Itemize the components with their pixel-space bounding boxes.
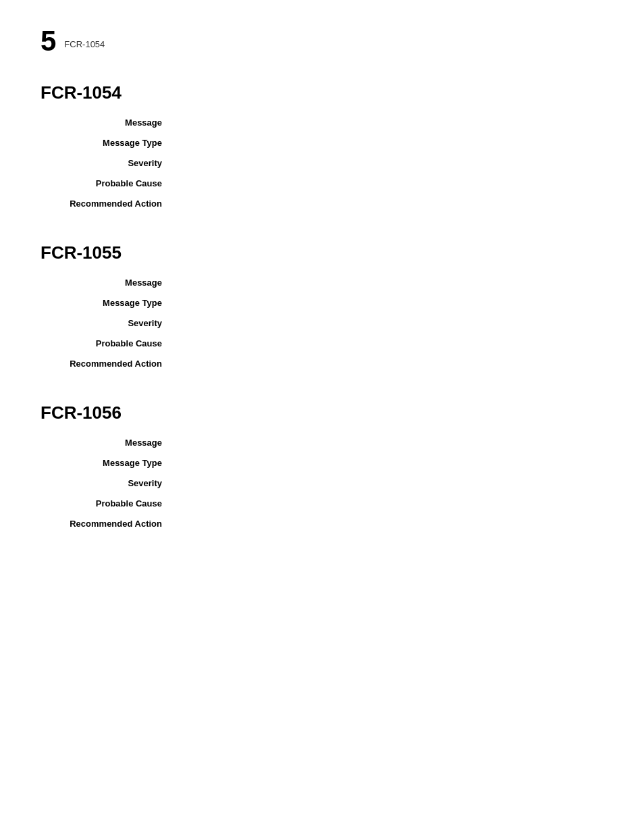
field-label: Probable Cause — [41, 178, 176, 188]
field-label: Severity — [41, 317, 176, 328]
section-fcr-1054: FCR-1054MessageMessage TypeSeverityProba… — [41, 82, 603, 209]
page-number: 5 — [41, 27, 56, 55]
field-label: Probable Cause — [41, 338, 176, 348]
section-title-fcr-1054: FCR-1054 — [41, 82, 603, 103]
field-row: Message Type — [41, 137, 603, 148]
field-row: Message Type — [41, 457, 603, 468]
field-row: Message Type — [41, 297, 603, 308]
field-row: Recommended Action — [41, 358, 603, 369]
field-row: Recommended Action — [41, 518, 603, 529]
section-title-fcr-1056: FCR-1056 — [41, 402, 603, 423]
field-label: Severity — [41, 157, 176, 168]
field-row: Probable Cause — [41, 498, 603, 509]
section-fcr-1055: FCR-1055MessageMessage TypeSeverityProba… — [41, 242, 603, 369]
field-label: Severity — [41, 477, 176, 488]
field-label: Recommended Action — [41, 518, 176, 529]
section-fcr-1056: FCR-1056MessageMessage TypeSeverityProba… — [41, 402, 603, 529]
page-header: 5 FCR-1054 — [41, 27, 603, 55]
field-row: Probable Cause — [41, 338, 603, 348]
field-row: Severity — [41, 157, 603, 168]
field-label: Recommended Action — [41, 198, 176, 209]
field-label: Message Type — [41, 137, 176, 148]
field-label: Message Type — [41, 297, 176, 308]
field-label: Message Type — [41, 457, 176, 468]
page-id: FCR-1054 — [64, 39, 105, 49]
field-row: Message — [41, 437, 603, 448]
field-label: Probable Cause — [41, 498, 176, 509]
field-row: Message — [41, 277, 603, 288]
field-row: Probable Cause — [41, 178, 603, 188]
field-row: Severity — [41, 477, 603, 488]
field-label: Recommended Action — [41, 358, 176, 369]
field-row: Severity — [41, 317, 603, 328]
sections-container: FCR-1054MessageMessage TypeSeverityProba… — [41, 82, 603, 529]
field-label: Message — [41, 277, 176, 288]
field-row: Recommended Action — [41, 198, 603, 209]
field-row: Message — [41, 117, 603, 128]
section-title-fcr-1055: FCR-1055 — [41, 242, 603, 263]
field-label: Message — [41, 117, 176, 128]
field-label: Message — [41, 437, 176, 448]
